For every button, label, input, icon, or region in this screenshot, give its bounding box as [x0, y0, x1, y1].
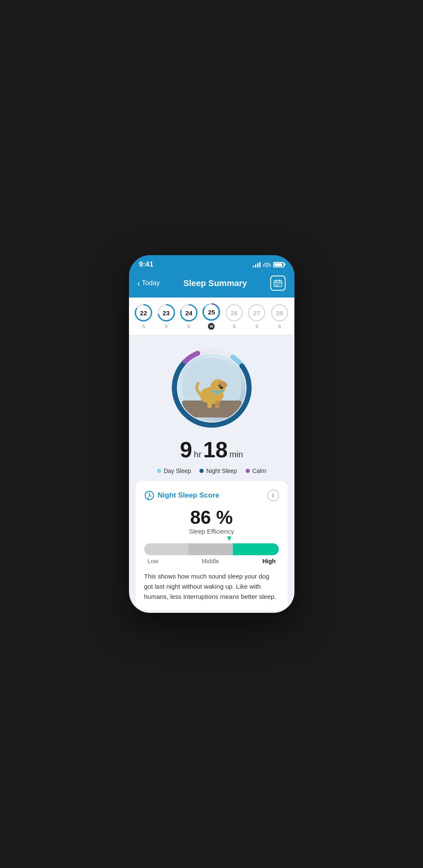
date-item-24[interactable]: 24 S [179, 303, 198, 329]
date-item-28[interactable]: 28 S [270, 303, 289, 329]
back-button[interactable]: ‹ Today [137, 278, 160, 288]
status-time: 9:41 [139, 260, 154, 269]
svg-point-21 [272, 305, 288, 321]
efficiency-label: Sleep Efficiency [144, 528, 279, 535]
date-item-27[interactable]: 27 S [247, 303, 266, 329]
svg-rect-35 [215, 401, 219, 408]
info-icon: i [272, 492, 274, 499]
night-sleep-score-title: Z Night Sleep Score [144, 490, 219, 501]
date-label-24: S [187, 324, 190, 329]
efficiency-value: 86 % [144, 508, 279, 527]
dog-illustration [182, 358, 241, 417]
date-num-23: 23 [162, 309, 170, 317]
sleep-min-label: min [230, 450, 243, 459]
night-sleep-dot [199, 469, 204, 473]
low-label: Low [148, 558, 159, 565]
date-item-25[interactable]: 25 W [202, 303, 221, 330]
svg-rect-8 [277, 285, 279, 286]
status-icons [253, 262, 284, 267]
date-item-26[interactable]: 26 S [225, 303, 244, 329]
svg-point-19 [226, 305, 242, 321]
date-ring-27 [247, 303, 266, 322]
night-sleep-label: Night Sleep [206, 467, 237, 474]
svg-point-20 [249, 305, 265, 321]
calm-dot [246, 469, 250, 473]
progress-indicator-arrow: ▼ [226, 534, 233, 543]
svg-point-31 [219, 384, 221, 387]
legend-day-sleep: Day Sleep [157, 467, 191, 474]
progress-high [233, 543, 279, 555]
progress-low [144, 543, 189, 555]
svg-point-36 [216, 391, 219, 395]
battery-icon [273, 262, 284, 267]
svg-point-32 [220, 385, 221, 386]
progress-track [144, 543, 279, 555]
sleep-duration: 9 hr 18 min [180, 437, 243, 462]
sleep-score-description: This shows how much sound sleep your dog… [144, 571, 279, 602]
date-ring-28 [270, 303, 289, 322]
svg-point-33 [220, 387, 223, 389]
night-sleep-score-label: Night Sleep Score [158, 491, 219, 500]
date-ring-26 [225, 303, 244, 322]
date-item-22[interactable]: 22 S [134, 303, 153, 329]
phone-frame: 9:41 ‹ Today S [129, 255, 294, 613]
signal-bars-icon [253, 262, 261, 267]
sleep-mins: 18 [203, 437, 228, 462]
high-label: High [262, 558, 275, 565]
calendar-icon [274, 279, 282, 287]
svg-text:Z: Z [147, 496, 149, 500]
date-label-25: W [208, 323, 215, 330]
svg-rect-4 [275, 284, 277, 284]
date-item-23[interactable]: 23 S [157, 303, 176, 329]
date-num-25: 25 [208, 309, 215, 316]
phone-inner: 9:41 ‹ Today S [129, 255, 294, 613]
svg-rect-34 [207, 401, 212, 408]
svg-rect-7 [275, 285, 277, 286]
page-title: Sleep Summary [183, 278, 247, 288]
progress-container: ▼ Low Middle High [144, 543, 279, 565]
date-label-27: S [255, 324, 258, 329]
wifi-icon [263, 262, 271, 267]
date-label-28: S [278, 324, 281, 329]
dog-photo [178, 354, 246, 422]
svg-rect-6 [279, 284, 280, 284]
status-bar: 9:41 [129, 255, 294, 272]
calm-label: Calm [252, 467, 266, 474]
info-button-sleep-score[interactable]: i [267, 490, 279, 501]
sleep-ring-wrapper [169, 345, 254, 430]
back-label: Today [142, 279, 160, 287]
header: ‹ Today Sleep Summary [129, 272, 294, 298]
middle-label: Middle [202, 558, 219, 565]
day-sleep-label: Day Sleep [164, 467, 191, 474]
sleep-hours: 9 [180, 437, 192, 462]
date-label-22: S [142, 324, 145, 329]
sleep-score-icon: Z [144, 490, 154, 501]
sleep-hr-label: hr [194, 450, 202, 459]
day-sleep-dot [157, 469, 161, 473]
date-label-26: S [233, 324, 235, 329]
date-label-23: S [165, 324, 168, 329]
sleep-ring-container: 9 hr 18 min Day Sleep Night Sleep [136, 345, 288, 474]
sleep-legend: Day Sleep Night Sleep Calm [157, 467, 266, 474]
night-sleep-score-card: Z Night Sleep Score i 86 % Sleep Efficie… [136, 481, 288, 610]
svg-rect-5 [277, 284, 279, 284]
back-arrow-icon: ‹ [137, 278, 140, 288]
legend-night-sleep: Night Sleep [199, 467, 237, 474]
legend-calm: Calm [246, 467, 266, 474]
date-num-22: 22 [140, 309, 147, 317]
progress-mid [188, 543, 233, 555]
main-content: 9 hr 18 min Day Sleep Night Sleep [129, 335, 294, 613]
date-num-24: 24 [185, 309, 193, 317]
progress-labels: Low Middle High [144, 558, 279, 565]
card-header-sleep-score: Z Night Sleep Score i [144, 490, 279, 501]
date-selector: 22 S 23 S [129, 298, 294, 335]
calendar-button[interactable] [270, 275, 286, 291]
